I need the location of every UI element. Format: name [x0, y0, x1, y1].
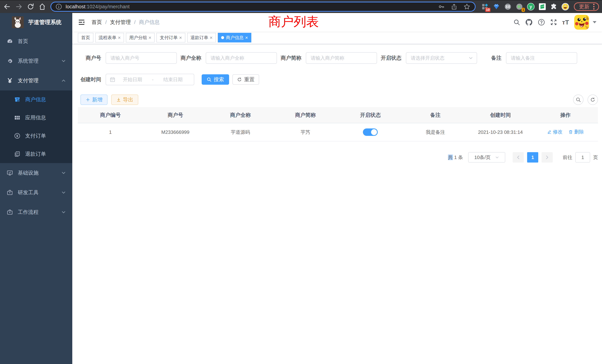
- close-icon[interactable]: ×: [210, 35, 213, 40]
- page-size-select[interactable]: 10条/页: [468, 152, 505, 162]
- toolbox-icon: [7, 189, 13, 196]
- site-info-icon[interactable]: [56, 3, 62, 10]
- form-item-remark: 备注: [481, 52, 577, 64]
- tab-home[interactable]: 首页: [78, 33, 93, 43]
- reload-icon[interactable]: [27, 3, 34, 10]
- breadcrumb-current: 商户信息: [139, 19, 160, 26]
- status-toggle[interactable]: [363, 128, 378, 136]
- chevron-right-icon: [545, 155, 549, 160]
- sidebar-item-system[interactable]: 系统管理: [0, 51, 72, 71]
- extension-recorder-icon[interactable]: 1: [515, 3, 523, 11]
- breadcrumb-home[interactable]: 首页: [92, 19, 102, 26]
- user-avatar[interactable]: [574, 15, 589, 30]
- merchant-no-input[interactable]: [106, 52, 177, 64]
- home-icon[interactable]: [39, 3, 46, 10]
- pagination: 共 1 条 10条/页 1 前往 页: [78, 152, 598, 162]
- goto-page-input[interactable]: [575, 152, 590, 162]
- sidebar-item-payment[interactable]: 支付管理: [0, 71, 72, 90]
- delete-link[interactable]: 删除: [568, 129, 584, 135]
- browser-update-button[interactable]: 更新: [574, 2, 599, 11]
- sidebar-item-app-info[interactable]: 应用信息: [0, 109, 72, 127]
- sidebar-item-home[interactable]: 首页: [0, 32, 72, 51]
- tab-process-form[interactable]: 流程表单×: [95, 33, 124, 43]
- tab-refund-order[interactable]: 退款订单×: [187, 33, 216, 43]
- col-full-name: 商户全称: [208, 107, 273, 123]
- search-button[interactable]: 搜索: [202, 74, 229, 85]
- sidebar-item-workflow[interactable]: 工作流程: [0, 202, 72, 222]
- back-icon[interactable]: [3, 3, 11, 10]
- copy-doc-icon: [14, 151, 20, 157]
- extension-badge: 1: [522, 8, 525, 12]
- refresh-table-button[interactable]: [588, 95, 598, 105]
- tab-user-group[interactable]: 用户分组×: [126, 33, 155, 43]
- cell-create-time: 2021-10-23 08:31:14: [468, 123, 533, 141]
- address-bar[interactable]: localhost:1024/pay/merchant: [50, 2, 476, 12]
- date-range-picker[interactable]: 开始日期 - 结束日期: [106, 74, 194, 85]
- github-icon[interactable]: [525, 18, 533, 26]
- remark-input[interactable]: [506, 52, 577, 64]
- extension-command-icon[interactable]: [504, 3, 512, 11]
- cell-merchant-no: M233666999: [143, 123, 208, 141]
- close-icon[interactable]: ×: [118, 35, 121, 40]
- table-row: 1 M233666999 芋道源码 芋艿 我是备注 2021-10-23 08:…: [78, 123, 598, 141]
- monitor-icon: [7, 170, 13, 176]
- extension-chat-icon[interactable]: [538, 3, 546, 11]
- breadcrumb: 首页 / 支付管理 / 商户信息: [92, 19, 160, 26]
- full-name-input[interactable]: [206, 52, 277, 64]
- breadcrumb-payment[interactable]: 支付管理: [110, 19, 131, 26]
- add-button[interactable]: 新增: [80, 95, 108, 105]
- font-size-icon[interactable]: тT: [562, 19, 569, 26]
- yen-circle-icon: [14, 133, 20, 139]
- extension-yuque-icon[interactable]: y: [527, 3, 535, 11]
- sidebar-item-devtools[interactable]: 研发工具: [0, 183, 72, 202]
- fullscreen-icon[interactable]: [550, 19, 557, 26]
- tab-pay-order[interactable]: 支付订单×: [156, 33, 185, 43]
- header-search-icon[interactable]: [513, 19, 520, 26]
- tab-merchant-info[interactable]: 商户信息×: [218, 33, 251, 43]
- col-actions: 操作: [533, 107, 598, 123]
- profile-emoji-avatar[interactable]: [561, 3, 569, 11]
- extension-gem-icon[interactable]: [492, 3, 500, 11]
- logo[interactable]: 芋道管理系统: [0, 13, 72, 32]
- close-icon[interactable]: ×: [179, 35, 182, 40]
- col-merchant-no: 商户号: [143, 107, 208, 123]
- toggle-search-button[interactable]: [573, 95, 583, 105]
- close-icon[interactable]: ×: [149, 35, 151, 40]
- edit-link[interactable]: 修改: [547, 129, 562, 135]
- shop-icon: [14, 96, 20, 103]
- refresh-icon: [237, 77, 242, 82]
- extensions-puzzle-icon[interactable]: [550, 3, 558, 11]
- extension-sheets-icon[interactable]: 10: [481, 3, 489, 11]
- download-icon: [116, 97, 121, 102]
- browser-menu-dots-icon: [593, 4, 595, 10]
- export-button[interactable]: 导出: [111, 95, 138, 105]
- next-page-button[interactable]: [542, 152, 553, 162]
- edit-icon: [547, 129, 552, 134]
- password-key-icon[interactable]: [438, 3, 445, 10]
- page-number-1[interactable]: 1: [527, 152, 538, 162]
- short-name-input[interactable]: [306, 52, 377, 64]
- sidebar-item-refund-order[interactable]: 退款订单: [0, 145, 72, 163]
- bookmark-star-icon[interactable]: [463, 3, 470, 10]
- merchant-table: 商户编号 商户号 商户全称 商户简称 开启状态 备注 创建时间 操作 1: [78, 107, 598, 141]
- sidebar-item-infra[interactable]: 基础设施: [0, 163, 72, 183]
- svg-text:y: y: [529, 4, 532, 9]
- payment-submenu: 商户信息 应用信息 支付订单 退款订单: [0, 90, 72, 163]
- sidebar-menu: 首页 系统管理 支付管理 商户信息: [0, 32, 72, 222]
- grid-icon: [14, 115, 20, 121]
- share-icon[interactable]: [451, 3, 457, 10]
- url[interactable]: localhost:1024/pay/merchant: [66, 4, 129, 10]
- reset-button[interactable]: 重置: [232, 74, 259, 85]
- sidebar-item-pay-order[interactable]: 支付订单: [0, 127, 72, 145]
- caret-down-icon[interactable]: [593, 21, 596, 23]
- forward-icon[interactable]: [15, 3, 23, 10]
- prev-page-button[interactable]: [513, 152, 524, 162]
- trash-icon: [568, 129, 573, 134]
- help-icon[interactable]: [538, 19, 545, 26]
- close-icon[interactable]: ×: [245, 35, 248, 40]
- search-icon: [576, 97, 581, 102]
- status-select[interactable]: 请选择开启状态: [406, 52, 477, 64]
- sidebar-item-merchant-info[interactable]: 商户信息: [0, 90, 72, 109]
- app-title: 芋道管理系统: [28, 19, 62, 26]
- hamburger-icon[interactable]: [78, 19, 85, 26]
